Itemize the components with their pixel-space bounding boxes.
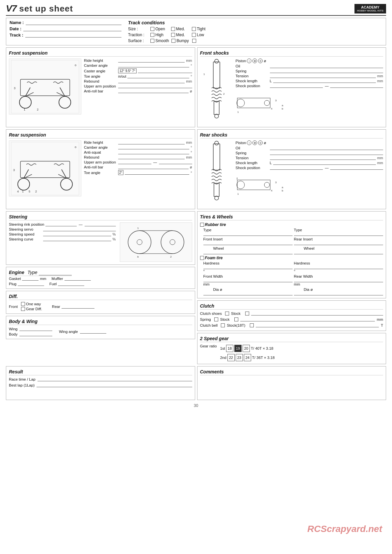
traction-med-checkbox[interactable] xyxy=(171,33,175,37)
foam-width-front-input[interactable] xyxy=(203,278,293,282)
steering-servo-input[interactable] xyxy=(43,227,116,231)
body-input[interactable] xyxy=(19,332,52,336)
front-oil-input[interactable] xyxy=(270,64,383,68)
gear-cell-19-active[interactable]: 19 xyxy=(234,345,242,352)
smooth-checkbox[interactable] xyxy=(150,39,154,43)
gear-cell-20[interactable]: 20 xyxy=(243,345,250,352)
front-rebound-input[interactable] xyxy=(118,79,185,83)
low-checkbox[interactable] xyxy=(192,33,196,37)
steering-speed-input[interactable] xyxy=(43,232,111,236)
surface-bumpy[interactable]: Bumpy xyxy=(171,38,190,43)
one-way-checkbox[interactable] xyxy=(21,302,25,306)
steering-curve-input[interactable] xyxy=(43,237,111,241)
comments-area[interactable] xyxy=(200,377,383,397)
front-spring-input[interactable] xyxy=(270,69,383,73)
rubber-tire-check[interactable]: Rubber tire xyxy=(200,222,383,227)
diff-rear-input[interactable] xyxy=(62,305,94,309)
rear-rebound-input[interactable] xyxy=(118,155,185,159)
size-tight[interactable]: Tight xyxy=(192,27,210,31)
front-toe-input[interactable] xyxy=(127,74,189,78)
track-input[interactable] xyxy=(25,33,121,38)
rubber-type-rear-input[interactable] xyxy=(294,232,383,236)
clutch-spring-other-check[interactable] xyxy=(234,317,238,321)
gear-cell-22[interactable]: 22 xyxy=(227,354,235,361)
rear-upper-arm-input2[interactable] xyxy=(159,160,192,164)
clutch-bell-other-input[interactable] xyxy=(256,323,379,327)
best-lap-input[interactable] xyxy=(37,383,192,387)
tight-checkbox[interactable] xyxy=(192,27,196,31)
rear-camber-input[interactable] xyxy=(118,145,189,149)
traction-high[interactable]: High xyxy=(150,33,169,37)
front-upper-arm-input[interactable] xyxy=(118,84,192,88)
wing-input[interactable] xyxy=(19,327,52,331)
diff-one-way[interactable]: One way xyxy=(21,302,42,306)
size-open[interactable]: Open xyxy=(150,27,169,31)
traction-med[interactable]: Med. xyxy=(171,33,189,37)
foam-tire-checkbox[interactable] xyxy=(200,256,204,260)
gasket-input[interactable] xyxy=(22,277,39,281)
front-tension-input[interactable] xyxy=(270,74,376,78)
rear-upper-arm-input[interactable] xyxy=(118,160,151,164)
fuel-input[interactable] xyxy=(58,282,84,286)
clutch-spring-other-input[interactable] xyxy=(240,317,375,321)
foam-width-rear-input[interactable] xyxy=(294,278,383,282)
rear-ride-height-input[interactable] xyxy=(118,140,185,144)
rear-shock-pos-input2[interactable] xyxy=(330,166,383,170)
rear-toe-input[interactable] xyxy=(125,171,190,175)
surface-extra[interactable] xyxy=(192,39,196,43)
steering-rink-input2[interactable] xyxy=(85,222,116,226)
clutch-bell-other-check[interactable] xyxy=(250,323,254,327)
front-antiroll-input[interactable] xyxy=(118,89,189,93)
rear-antisquat-input[interactable] xyxy=(118,150,189,154)
clutch-spring-stock-check[interactable] xyxy=(214,317,218,321)
foam-hardness-rear-input[interactable] xyxy=(294,265,383,269)
size-med[interactable]: Med. xyxy=(171,27,189,31)
clutch-shoes-other-check[interactable] xyxy=(245,312,249,315)
clutch-bell-stock-check[interactable] xyxy=(221,323,225,327)
extra-checkbox[interactable] xyxy=(192,39,196,43)
front-camber-input[interactable] xyxy=(118,63,189,67)
steering-rink-input[interactable] xyxy=(45,222,77,226)
rubber-insert-rear-input[interactable] xyxy=(294,241,383,245)
rubber-wheel-rear-input[interactable] xyxy=(294,250,383,254)
med-checkbox[interactable] xyxy=(171,27,175,31)
rubber-type-front-input[interactable] xyxy=(203,232,293,236)
date-input[interactable] xyxy=(23,27,121,31)
rear-tension-input[interactable] xyxy=(270,156,376,160)
gear-cell-24[interactable]: 24 xyxy=(244,354,251,361)
race-time-input[interactable] xyxy=(38,377,192,381)
muffler-input[interactable] xyxy=(65,277,91,281)
high-checkbox[interactable] xyxy=(150,33,154,37)
clutch-shoes-stock-check[interactable] xyxy=(225,312,229,315)
engine-type-input[interactable] xyxy=(39,271,72,275)
foam-dia-front-input[interactable] xyxy=(203,291,293,295)
wing-angle-input[interactable] xyxy=(80,330,106,334)
front-ride-height-input[interactable] xyxy=(118,59,185,63)
gear-cell-18[interactable]: 18 xyxy=(226,345,233,352)
foam-hardness-front-input[interactable] xyxy=(203,265,293,269)
gear-cell-23[interactable]: 23 xyxy=(236,354,243,361)
front-shock-pos-input[interactable] xyxy=(270,84,323,88)
rubber-insert-front-input[interactable] xyxy=(203,241,293,245)
foam-dia-rear-input[interactable] xyxy=(294,291,383,295)
diff-gear[interactable]: Gear Diff. xyxy=(21,307,42,311)
traction-low[interactable]: Low xyxy=(192,33,210,37)
rubber-wheel-front-input[interactable] xyxy=(203,250,293,254)
plug-input[interactable] xyxy=(18,282,44,286)
rear-oil-input[interactable] xyxy=(270,146,383,150)
rear-antiroll-input[interactable] xyxy=(118,165,189,169)
bumpy-checkbox[interactable] xyxy=(171,39,175,43)
surface-smooth[interactable]: Smooth xyxy=(150,38,169,43)
clutch-shoes-other-input[interactable] xyxy=(251,312,383,315)
rear-shock-length-input[interactable] xyxy=(273,161,376,165)
rubber-tire-checkbox[interactable] xyxy=(200,223,204,227)
open-checkbox[interactable] xyxy=(150,27,154,31)
front-shock-pos-input2[interactable] xyxy=(330,84,383,88)
rear-shock-pos-input[interactable] xyxy=(270,166,323,170)
name-input[interactable] xyxy=(26,20,121,25)
gear-diff-checkbox[interactable] xyxy=(21,307,25,311)
front-caster-input[interactable] xyxy=(138,69,192,73)
rear-spring-input[interactable] xyxy=(270,151,383,155)
front-shock-length-input[interactable] xyxy=(273,79,376,83)
foam-tire-check[interactable]: Foam tire xyxy=(200,256,383,260)
